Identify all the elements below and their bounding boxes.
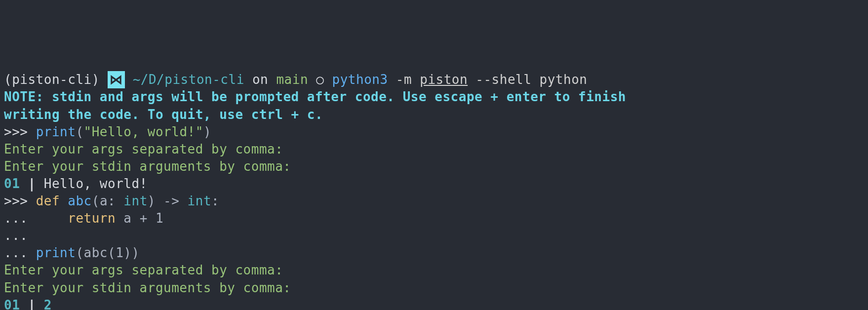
output-line-1: 01 | Hello, world! (4, 175, 864, 193)
stdin-prompt-1: Enter your stdin arguments by comma: (4, 158, 864, 175)
keyword-return: return (68, 211, 116, 226)
paren-open: ( (76, 245, 83, 260)
paren-open: ( (108, 245, 116, 260)
num-1: 1 (116, 245, 123, 260)
keyword-def: def (36, 194, 60, 208)
type-int: int (123, 194, 147, 208)
prompt-icon: ⋈ (108, 71, 125, 88)
colon: : (211, 194, 219, 208)
shell-prompt-line: (piston-cli) ⋈ ~/D/piston-cli on main ○ … (4, 71, 864, 88)
paren-close: ) (132, 245, 140, 260)
venv-name: (piston-cli) (4, 72, 100, 87)
paren-open: ( (76, 124, 83, 139)
cmd-module: piston (420, 72, 468, 87)
fn-print: print (36, 245, 76, 260)
paren-open: ( (92, 194, 100, 208)
repl-line-4: ... (4, 227, 864, 244)
on-text: on (244, 72, 276, 87)
repl-line-2: >>> def abc(a: int) -> int: (4, 193, 864, 210)
ps2: ... (4, 245, 36, 260)
lineno: 01 (4, 298, 20, 310)
ps2: ... (4, 211, 36, 226)
pipe: | (20, 176, 43, 191)
param-a: a (100, 194, 108, 208)
separator: ○ (308, 72, 332, 87)
cmd-interpreter: python3 (332, 72, 396, 87)
stdin-prompt-2: Enter your stdin arguments by comma: (4, 279, 864, 297)
cmd-flag-shell: --shell (468, 72, 539, 87)
num-1: 1 (156, 211, 163, 226)
paren-close: ) (123, 245, 131, 260)
note-line-2: writing the code. To quit, use ctrl + c. (4, 106, 864, 123)
string-literal: "Hello, world!" (84, 124, 203, 139)
note-label: NOTE: (4, 89, 44, 104)
op-plus: + (131, 211, 155, 226)
repl-line-1: >>> print("Hello, world!") (4, 123, 864, 141)
git-branch: main (276, 72, 308, 87)
arrow: -> (156, 194, 188, 208)
repl-line-3: ... return a + 1 (4, 210, 864, 227)
repl-line-5: ... print(abc(1)) (4, 244, 864, 262)
colon: : (108, 194, 123, 208)
paren-close: ) (148, 194, 156, 208)
output-text: 2 (44, 298, 52, 310)
fn-abc: abc (68, 194, 91, 208)
return-type-int: int (188, 194, 211, 208)
pipe: | (20, 298, 43, 310)
args-prompt-1: Enter your args separated by comma: (4, 141, 864, 158)
lineno: 01 (4, 176, 20, 191)
ps1: >>> (4, 124, 36, 139)
var-a: a (123, 211, 131, 226)
cmd-lang: python (540, 72, 588, 87)
paren-close: ) (203, 124, 211, 139)
fn-print: print (36, 124, 76, 139)
cmd-flag-m: -m (396, 72, 420, 87)
ps2: ... (4, 228, 36, 243)
output-line-2: 01 | 2 (4, 297, 864, 310)
note-text-1: stdin and args will be prompted after co… (44, 89, 626, 104)
args-prompt-2: Enter your args separated by comma: (4, 262, 864, 279)
note-line-1: NOTE: stdin and args will be prompted af… (4, 88, 864, 106)
terminal-output[interactable]: (piston-cli) ⋈ ~/D/piston-cli on main ○ … (4, 71, 864, 310)
ps1: >>> (4, 194, 36, 208)
cwd-path: ~/D/piston-cli (133, 72, 244, 87)
output-text: Hello, world! (44, 176, 148, 191)
fn-abc-call: abc (84, 245, 108, 260)
